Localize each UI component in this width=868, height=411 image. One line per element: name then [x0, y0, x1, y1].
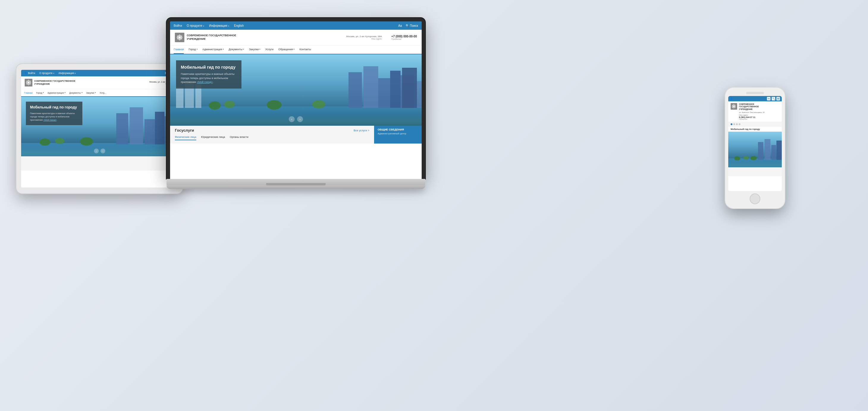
topbar-font[interactable]: Аа — [398, 24, 402, 27]
svg-rect-8 — [378, 78, 390, 108]
tablet-topbar-menu1[interactable]: О продукте ▾ — [39, 72, 54, 74]
svg-point-41 — [743, 156, 749, 160]
phone-hero — [728, 132, 782, 167]
phone-dot-2[interactable] — [733, 123, 735, 125]
tablet-logo-text: СОВРЕМЕННОЕ ГОСУДАРСТВЕННОЕ УЧРЕЖДЕНИЕ — [34, 80, 75, 86]
phone-home-button[interactable] — [750, 193, 761, 204]
laptop-screen-outer: Войти О продукте ▾ Информация ▾ English … — [166, 18, 425, 179]
svg-rect-3 — [176, 87, 183, 108]
svg-point-33 — [733, 106, 735, 107]
phone-font-icon[interactable]: Аа — [767, 97, 771, 100]
tablet-device: 👤 Войти О продукте ▾ Информация ▾ Englis… — [17, 64, 183, 193]
svg-rect-7 — [363, 66, 378, 108]
phone-slide-dots — [728, 122, 782, 127]
svg-rect-38 — [771, 145, 776, 160]
nav-purchases[interactable]: Закупки ▾ — [249, 45, 260, 54]
tablet-topbar: 👤 Войти О продукте ▾ Информация ▾ Englis… — [21, 70, 178, 76]
services-tab-legal[interactable]: Юридические лица — [201, 134, 225, 140]
phone-reception: Приёмная — [739, 118, 779, 120]
phone-search-icon[interactable]: 🔍 — [772, 97, 775, 100]
services-sidebar-sub: Административный центр — [378, 132, 418, 135]
laptop-header: СОВРЕМЕННОЕ ГОСУДАРСТВЕННОЕ УЧРЕЖДЕНИЕ М… — [170, 30, 422, 45]
phone-device: 👤 Аа 🔍 — [725, 88, 785, 208]
laptop-logo-area: СОВРЕМЕННОЕ ГОСУДАРСТВЕННОЕ УЧРЕЖДЕНИЕ — [175, 33, 343, 42]
hero-next-arrow[interactable]: › — [297, 116, 303, 122]
tablet-outer: 👤 Войти О продукте ▾ Информация ▾ Englis… — [17, 64, 183, 193]
nav-contacts[interactable]: Контакты — [300, 45, 311, 54]
svg-point-18 — [28, 82, 29, 84]
tablet-nav-city[interactable]: Город ▾ — [36, 92, 44, 94]
laptop-hero-text: Памятники архитектуры и важные объекты г… — [181, 72, 237, 85]
svg-point-28 — [80, 137, 93, 146]
nav-services[interactable]: Услуги — [265, 45, 274, 54]
tablet-hero: Мобильный гид по городу Памятники архите… — [21, 97, 178, 156]
tablet-nav-docs[interactable]: Документы ▾ — [69, 92, 83, 94]
svg-rect-21 — [116, 113, 128, 145]
services-tab-individuals[interactable]: Физические лица — [175, 134, 196, 140]
topbar-login[interactable]: Войти — [174, 24, 182, 27]
nav-docs[interactable]: Документы ▾ — [229, 45, 244, 54]
laptop-hero-arrows: ‹ › — [289, 116, 303, 122]
tablet-nav-services[interactable]: Услу... — [100, 92, 106, 94]
laptop-hero-overlay: Мобильный гид по городу Памятники архите… — [176, 60, 242, 89]
phone-dot-1[interactable] — [731, 123, 733, 125]
tablet-nav-home[interactable]: Главная — [24, 92, 33, 94]
svg-rect-39 — [776, 140, 782, 160]
svg-rect-6 — [348, 72, 362, 108]
tablet-hero-overlay: Мобильный гид по городу Памятники архите… — [26, 102, 82, 125]
phone-hero-title-text: Мобильный гид по городу — [728, 127, 782, 132]
svg-rect-9 — [390, 71, 401, 108]
scene: Войти О продукте ▾ Информация ▾ English … — [0, 0, 868, 411]
tablet-topbar-menu2[interactable]: Информация ▾ — [59, 72, 76, 74]
nav-home[interactable]: Главная — [174, 45, 184, 54]
phone-address-label: Наш адрес — [739, 114, 779, 116]
hero-prev-arrow[interactable]: ‹ — [289, 116, 295, 122]
tablet-topbar-login[interactable]: 👤 Войти — [24, 72, 35, 74]
svg-point-27 — [55, 138, 65, 144]
nav-requests[interactable]: Обращения ▾ — [278, 45, 295, 54]
phone-menu-icon[interactable] — [776, 97, 780, 100]
topbar-menu2[interactable]: Информация ▾ — [209, 24, 229, 27]
laptop-hero-title: Мобильный гид по городу — [181, 64, 237, 70]
services-tab-authorities[interactable]: Органы власти — [230, 134, 249, 140]
phone-screen: 👤 Аа 🔍 — [728, 96, 782, 191]
tablet-hero-title: Мобильный гид по городу — [30, 105, 78, 110]
tablet-nav-purchases[interactable]: Закупки ▾ — [86, 92, 96, 94]
laptop-services-main: Госуслуги Все услуги > Физические лица Ю… — [170, 126, 374, 144]
laptop-base — [166, 179, 425, 185]
svg-point-40 — [734, 156, 740, 160]
phone-topbar: 👤 Аа 🔍 — [728, 96, 782, 101]
phone-logo-emblem — [731, 103, 737, 110]
tablet-logo-area: СОВРЕМЕННОЕ ГОСУДАРСТВЕННОЕ УЧРЕЖДЕНИЕ — [25, 79, 150, 87]
phone-outer: 👤 Аа 🔍 — [725, 88, 785, 208]
phone-logo-text: СОВРЕМЕННОЕ ГОСУДАРСТВЕННОЕ УЧРЕЖДЕНИЕ — [739, 103, 779, 110]
tablet-logo-emblem — [25, 79, 32, 87]
laptop-services-section: Госуслуги Все услуги > Физические лица Ю… — [170, 126, 422, 144]
svg-point-0 — [179, 37, 181, 38]
nav-admin[interactable]: Администрация ▾ — [203, 45, 224, 54]
nav-city[interactable]: Город ▾ — [189, 45, 197, 54]
phone-remaining — [728, 167, 782, 176]
tablet-nav-admin[interactable]: Администрация ▾ — [48, 92, 66, 94]
svg-rect-36 — [758, 142, 763, 160]
topbar-lang[interactable]: English — [234, 24, 244, 27]
topbar-search[interactable]: 🔍 Поиск — [406, 24, 418, 27]
svg-point-15 — [267, 100, 282, 110]
tablet-hero-next[interactable]: › — [100, 149, 105, 153]
laptop-hero: Мобильный гид по городу Памятники архите… — [170, 54, 422, 126]
svg-point-42 — [750, 156, 757, 160]
tablet-header: СОВРЕМЕННОЕ ГОСУДАРСТВЕННОЕ УЧРЕЖДЕНИЕ М… — [21, 76, 178, 89]
tablet-nav: Главная Город ▾ Администрация ▾ Документ… — [21, 89, 178, 97]
laptop-nav: Главная Город ▾ Администрация ▾ Документ… — [170, 45, 422, 54]
laptop-logo-emblem — [175, 33, 184, 42]
laptop-header-phone: +7 (000) 000-00-00 Приёмная — [391, 35, 417, 40]
phone-city-skyline — [728, 132, 782, 167]
phone-dot-3[interactable] — [736, 123, 738, 125]
laptop-device: Войти О продукте ▾ Информация ▾ English … — [166, 18, 425, 189]
tablet-hero-prev[interactable]: ‹ — [94, 149, 99, 153]
svg-point-26 — [39, 138, 50, 146]
svg-rect-37 — [765, 139, 771, 160]
topbar-menu1[interactable]: О продукте ▾ — [187, 24, 204, 27]
phone-dot-4[interactable] — [739, 123, 740, 125]
services-link[interactable]: Все услуги > — [353, 129, 369, 132]
